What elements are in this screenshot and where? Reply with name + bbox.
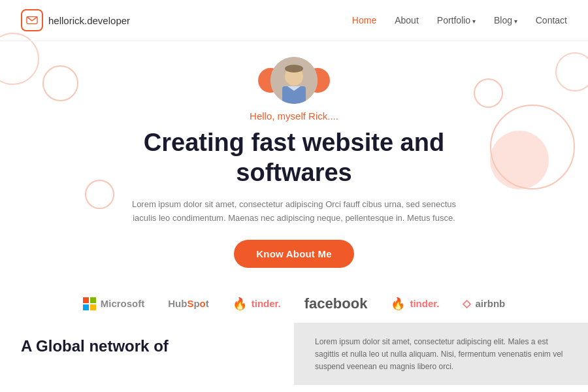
hello-text: Hello, myself Rick.... (250, 110, 338, 122)
hero-description: Lorem ipsum dolor sit amet, consectetur … (124, 198, 464, 225)
know-about-me-button[interactable]: Know About Me (234, 240, 353, 268)
tinder-2-label: tinder. (410, 298, 439, 309)
nav-link-contact[interactable]: Contact (536, 15, 567, 25)
hero-section: Hello, myself Rick.... Creating fast web… (0, 41, 588, 289)
brand-tinder-2: 🔥 tinder. (391, 297, 439, 311)
hubspot-label: HubSpot (168, 298, 209, 309)
tinder-1-label: tinder. (252, 298, 281, 309)
nav-item-contact[interactable]: Contact (536, 14, 567, 26)
envelope-icon (26, 14, 38, 26)
nav-item-portfolio[interactable]: Portfolio (437, 14, 476, 26)
nav-link-portfolio[interactable]: Portfolio (437, 15, 476, 25)
nav-item-blog[interactable]: Blog (494, 14, 517, 26)
navbar: hellorick.developer Home About Portfolio… (0, 0, 588, 41)
hubspot-dot: o (200, 298, 206, 309)
hero-title-line1: Creating fast website and (144, 129, 444, 156)
bottom-left-heading: A Global network of (21, 336, 169, 356)
nav-link-blog[interactable]: Blog (494, 15, 517, 25)
brand-airbnb: ◇ airbnb (463, 297, 505, 310)
hero-title: Creating fast website and softwares (144, 128, 444, 188)
microsoft-label: Microsoft (101, 298, 145, 309)
microsoft-logo-icon (83, 297, 96, 310)
avatar (270, 57, 318, 104)
tinder-flame-icon: 🔥 (233, 297, 247, 311)
bottom-right: Lorem ipsum dolor sit amet, consectetur … (294, 323, 588, 385)
logo: hellorick.developer (21, 9, 130, 31)
avatar-svg (270, 57, 318, 104)
brand-facebook: facebook (304, 295, 368, 312)
airbnb-icon: ◇ (463, 297, 470, 310)
bottom-left: A Global network of (0, 323, 294, 385)
brand-tinder-1: 🔥 tinder. (233, 297, 281, 311)
logo-text: hellorick.developer (48, 15, 130, 26)
nav-links: Home About Portfolio Blog Contact (352, 14, 567, 26)
avatar-container (258, 54, 330, 106)
hero-title-line2: softwares (236, 159, 351, 186)
tinder-flame-icon-2: 🔥 (391, 297, 405, 311)
airbnb-label: airbnb (475, 298, 505, 309)
bottom-right-text: Lorem ipsum dolor sit amet, consectetur … (315, 336, 567, 374)
facebook-label: facebook (304, 295, 368, 312)
brands-section: Microsoft HubSpot 🔥 tinder. facebook 🔥 t… (0, 289, 588, 323)
bottom-section: A Global network of Lorem ipsum dolor si… (0, 323, 588, 385)
logo-icon (21, 9, 43, 31)
nav-link-home[interactable]: Home (352, 15, 376, 25)
nav-item-about[interactable]: About (395, 14, 419, 26)
nav-item-home[interactable]: Home (352, 14, 376, 26)
brand-microsoft: Microsoft (83, 297, 145, 310)
hubspot-icon: S (187, 298, 193, 309)
nav-link-about[interactable]: About (395, 15, 419, 25)
brand-hubspot: HubSpot (168, 298, 209, 309)
svg-point-4 (285, 65, 303, 73)
